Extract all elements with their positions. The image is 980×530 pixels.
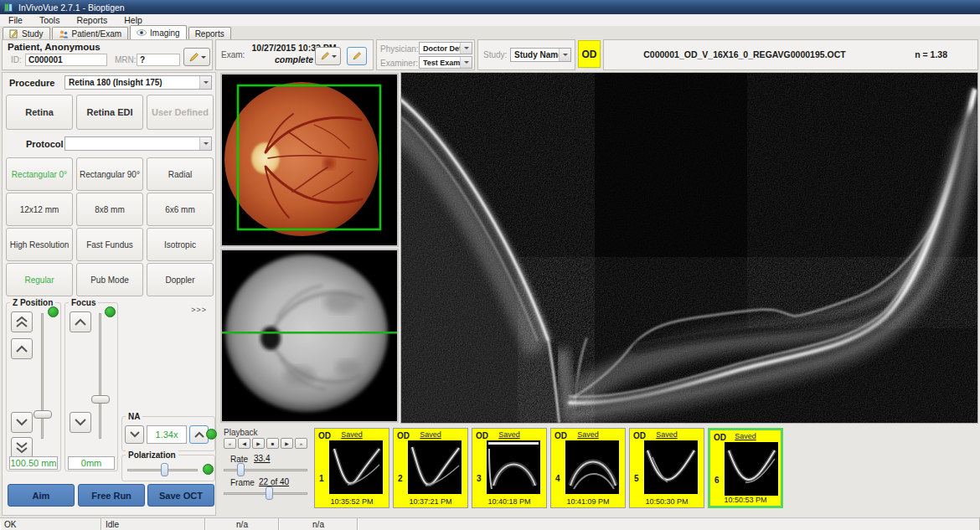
rate-value[interactable]: 33.4 — [254, 454, 270, 463]
protocol-button-radial[interactable]: Radial — [147, 157, 214, 191]
protocol-button-pub-mode[interactable]: Pub Mode — [76, 263, 143, 296]
user-defined-button[interactable]: User Defined — [147, 95, 214, 130]
menu-reports[interactable]: Reports — [68, 15, 116, 25]
tab-study[interactable]: Study — [3, 27, 50, 39]
saved-link[interactable]: Saved — [315, 430, 389, 439]
retina-button[interactable]: Retina — [6, 95, 73, 130]
title-bar[interactable]: InVivoVue 2.7.1 - Bioptigen — [0, 0, 980, 14]
protocol-button-8x8[interactable]: 8x8 mm — [76, 193, 143, 226]
step-back-button[interactable]: ◀ — [238, 438, 250, 449]
stop-button[interactable]: ■ — [266, 438, 279, 449]
double-chevron-down-icon — [15, 442, 28, 454]
play-button[interactable]: ▶ — [252, 438, 265, 449]
study-label: Study: — [483, 50, 507, 59]
menu-file[interactable]: File — [0, 15, 31, 25]
chevron-down-icon — [460, 43, 472, 54]
na-down-button[interactable] — [125, 425, 144, 444]
pencil-icon — [352, 51, 362, 61]
scan-thumbnail-6[interactable]: OD Saved 6 10:50:53 PM — [708, 428, 783, 508]
scan-thumbnail-5[interactable]: OD Saved 5 10:50:30 PM — [629, 428, 704, 508]
protocol-button-doppler[interactable]: Doppler — [147, 263, 214, 296]
thumbnail-image — [408, 440, 462, 494]
z-position-slider-thumb[interactable] — [34, 410, 52, 419]
physician-label: Physician: — [380, 44, 419, 54]
protocol-button-12x12[interactable]: 12x12 mm — [6, 193, 73, 226]
polarization-group: Polarization — [121, 455, 215, 481]
pencil-icon — [320, 51, 330, 61]
focus-value: 0mm — [68, 456, 115, 470]
z-up-fast-button[interactable] — [11, 311, 33, 332]
fundus-image[interactable] — [220, 73, 399, 247]
panel-expander[interactable]: >>> — [191, 306, 207, 314]
z-down-button[interactable] — [11, 412, 33, 433]
tab-reports[interactable]: Reports — [188, 27, 231, 39]
rate-slider-thumb[interactable] — [237, 463, 245, 476]
z-position-status-dot — [48, 306, 59, 317]
chevron-up-icon — [74, 318, 87, 326]
study-select[interactable]: Study Name — [510, 48, 571, 62]
patient-mrn-field[interactable]: ? — [137, 54, 180, 66]
saved-link[interactable]: Saved — [394, 430, 467, 439]
protocol-button-isotropic[interactable]: Isotropic — [147, 228, 214, 261]
chevron-down-icon — [199, 76, 211, 89]
focus-slider[interactable] — [99, 313, 101, 439]
scan-thumbnail-1[interactable]: OD Saved 1 10:35:52 PM — [314, 428, 389, 508]
frame-value[interactable]: 22 of 40 — [259, 477, 289, 486]
frame-slider-thumb[interactable] — [266, 486, 273, 500]
focus-up-button[interactable] — [70, 311, 91, 332]
thumbnail-image — [487, 440, 540, 494]
protocol-button-regular[interactable]: Regular — [6, 263, 73, 296]
patient-id-field[interactable]: C000001 — [25, 54, 107, 66]
edit-patient-button[interactable] — [183, 48, 210, 66]
step-forward-button[interactable]: ▶ — [281, 438, 293, 449]
z-up-button[interactable] — [11, 338, 33, 359]
status-field-3 — [358, 518, 980, 530]
focus-slider-thumb[interactable] — [91, 395, 110, 404]
saved-link[interactable]: Saved — [710, 432, 781, 440]
tab-patient-exam[interactable]: Patient/Exam — [52, 27, 128, 39]
protocol-select[interactable] — [64, 136, 212, 151]
protocol-button-high-resolution[interactable]: High Resolution — [6, 228, 73, 261]
thumbnail-image — [565, 440, 619, 494]
free-run-button[interactable]: Free Run — [78, 484, 145, 507]
patient-icon — [59, 29, 69, 39]
edit-patient-dropdown-arrow — [201, 56, 206, 61]
polarization-slider-thumb[interactable] — [161, 463, 168, 476]
app-icon — [4, 3, 14, 13]
tab-bar: Study Patient/Exam Imaging Reports — [0, 26, 980, 39]
examiner-select[interactable]: Test Examiner — [419, 56, 472, 69]
protocol-button-fast-fundus[interactable]: Fast Fundus — [76, 228, 143, 261]
aim-button[interactable]: Aim — [8, 484, 75, 507]
invivovue-window: InVivoVue 2.7.1 - Bioptigen File Tools R… — [0, 0, 980, 530]
acquisition-sidebar: Procedure Retina 180 (Insight 175) Retin… — [2, 72, 216, 516]
z-position-slider[interactable] — [41, 313, 44, 439]
save-oct-button[interactable]: Save OCT — [147, 484, 214, 507]
saved-link[interactable]: Saved — [472, 430, 546, 439]
exam-notes-button[interactable] — [347, 47, 367, 65]
rewind-button[interactable]: « — [224, 438, 236, 449]
physician-select[interactable]: Doctor Default — [419, 42, 472, 54]
menu-tools[interactable]: Tools — [31, 15, 69, 25]
tab-imaging[interactable]: Imaging — [130, 25, 187, 39]
status-message: OK — [0, 518, 101, 530]
chevron-up-icon — [193, 431, 205, 438]
rate-slider[interactable] — [224, 469, 307, 471]
scan-thumbnail-3[interactable]: OD Saved 3 10:40:18 PM — [472, 428, 547, 508]
enface-image[interactable] — [220, 249, 399, 423]
z-down-fast-button[interactable] — [11, 437, 33, 458]
scan-thumbnail-2[interactable]: OD Saved 2 10:37:21 PM — [393, 428, 468, 508]
protocol-button-6x6[interactable]: 6x6 mm — [147, 193, 214, 226]
saved-link[interactable]: Saved — [630, 430, 704, 439]
edit-exam-button[interactable] — [315, 47, 341, 65]
status-bar: OK Idle n/a n/a — [0, 517, 980, 530]
scan-thumbnail-4[interactable]: OD Saved 4 10:41:09 PM — [550, 428, 626, 508]
protocol-button-rectangular-90[interactable]: Rectangular 90° — [76, 157, 143, 191]
procedure-select[interactable]: Retina 180 (Insight 175) — [64, 75, 212, 90]
focus-down-button[interactable] — [70, 412, 91, 433]
menu-help[interactable]: Help — [116, 15, 151, 25]
retina-edi-button[interactable]: Retina EDI — [76, 95, 143, 130]
saved-link[interactable]: Saved — [551, 430, 625, 439]
fast-forward-button[interactable]: » — [295, 438, 307, 449]
chevron-down-icon — [74, 419, 87, 426]
protocol-button-rectangular-0[interactable]: Rectangular 0° — [6, 157, 73, 191]
